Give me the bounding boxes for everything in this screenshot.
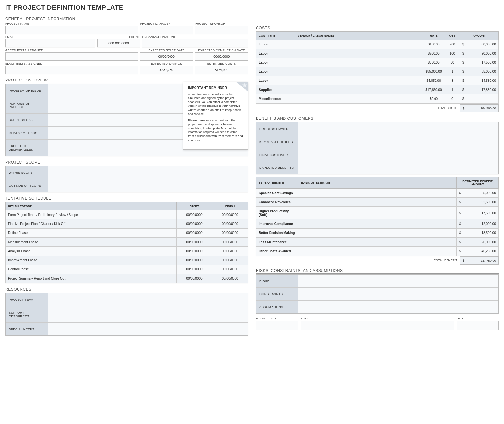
cell-benefit-amount: $25,000.00 bbox=[457, 189, 499, 198]
row-label: PROCESS OWNER bbox=[256, 122, 298, 135]
input-title[interactable] bbox=[301, 321, 454, 330]
total-costs-label: TOTAL COSTS bbox=[434, 104, 460, 112]
input-date[interactable] bbox=[457, 321, 499, 330]
row-value[interactable] bbox=[48, 179, 248, 192]
cell-milestone: Analysis Phase bbox=[6, 247, 177, 256]
cell-benefit-basis[interactable] bbox=[298, 219, 457, 229]
cell-benefit-basis[interactable] bbox=[298, 247, 457, 256]
cell-benefit-type: Higher Productivity (Soft) bbox=[256, 207, 298, 219]
reminder-p1: A narrative written charter must be circ… bbox=[188, 92, 243, 116]
table-row: CONSTRAINTS bbox=[256, 287, 498, 300]
row-value[interactable] bbox=[298, 135, 498, 148]
cell-vendor[interactable] bbox=[295, 49, 422, 58]
cell-benefit-basis[interactable] bbox=[298, 238, 457, 247]
section-risks-heading: RISKS, CONSTRAINTS, AND ASSUMPTIONS bbox=[256, 268, 499, 274]
table-row: Labor$4,850.003$14,550.00 bbox=[256, 76, 499, 85]
row-value[interactable] bbox=[298, 148, 498, 161]
input-prepared-by[interactable] bbox=[256, 321, 298, 330]
cell-milestone: Measurement Phase bbox=[6, 238, 177, 247]
cell-benefit-basis[interactable] bbox=[298, 198, 457, 207]
value-expected-savings: $237,750 bbox=[140, 66, 193, 74]
input-black-belts[interactable] bbox=[5, 66, 138, 74]
risks-table: RISKSCONSTRAINTSASSUMPTIONS bbox=[256, 274, 499, 314]
col-qty: QTY bbox=[445, 32, 460, 40]
input-project-name[interactable] bbox=[5, 26, 138, 34]
cell-vendor[interactable] bbox=[295, 85, 422, 94]
table-row: Enhanced Revenues$92,500.00 bbox=[256, 198, 499, 207]
table-row: ASSUMPTIONS bbox=[256, 300, 498, 313]
cell-qty: 1 bbox=[445, 67, 460, 76]
row-label: PURPOSE OF PROJECT bbox=[6, 97, 48, 113]
cell-finish[interactable]: 00/00/0000 bbox=[212, 210, 248, 219]
section-costs-heading: COSTS bbox=[256, 26, 499, 31]
cell-start[interactable]: 00/00/0000 bbox=[177, 238, 212, 247]
label-email: EMAIL bbox=[5, 35, 95, 39]
cell-cost-type: Labor bbox=[256, 40, 295, 49]
cell-vendor[interactable] bbox=[295, 58, 422, 67]
row-value[interactable] bbox=[298, 275, 498, 287]
cell-finish[interactable]: 00/00/0000 bbox=[212, 229, 248, 238]
label-project-manager: PROJECT MANAGER bbox=[140, 22, 193, 25]
input-project-manager[interactable] bbox=[140, 26, 193, 34]
cell-benefit-amount: $46,250.00 bbox=[457, 247, 499, 256]
cell-vendor[interactable] bbox=[295, 67, 422, 76]
cell-vendor[interactable] bbox=[295, 94, 422, 104]
col-start: START bbox=[177, 202, 212, 210]
input-expected-completion[interactable]: 00/00/0000 bbox=[195, 52, 248, 61]
row-value[interactable] bbox=[298, 287, 498, 300]
cell-start[interactable]: 00/00/0000 bbox=[177, 265, 212, 274]
cell-vendor[interactable] bbox=[295, 40, 422, 49]
input-project-sponsor[interactable] bbox=[195, 26, 248, 34]
cell-finish[interactable]: 00/00/0000 bbox=[212, 219, 248, 229]
cell-benefit-basis[interactable] bbox=[298, 207, 457, 219]
cell-rate: $350.00 bbox=[422, 58, 445, 67]
input-expected-start[interactable]: 00/00/0000 bbox=[140, 52, 193, 61]
section-schedule-heading: TENTATIVE SCHEDULE bbox=[5, 196, 248, 201]
input-green-belts[interactable] bbox=[5, 52, 138, 61]
cell-benefit-amount: $17,500.00 bbox=[457, 207, 499, 219]
col-vendor: VENDOR / LABOR NAMES bbox=[295, 32, 422, 40]
cell-start[interactable]: 00/00/0000 bbox=[177, 256, 212, 265]
col-amount: AMOUNT bbox=[460, 32, 499, 40]
table-row: Finalize Project Plan / Charter / Kick O… bbox=[6, 219, 248, 229]
row-value[interactable] bbox=[298, 300, 498, 313]
resources-table: PROJECT TEAMSUPPORT RESOURCESSPECIAL NEE… bbox=[5, 293, 248, 336]
table-row: PROJECT TEAM bbox=[6, 293, 248, 306]
row-value[interactable] bbox=[48, 166, 248, 179]
cell-finish[interactable]: 00/00/0000 bbox=[212, 256, 248, 265]
cell-milestone: Define Phase bbox=[6, 229, 177, 238]
table-row: Specific Cost Savings$25,000.00 bbox=[256, 189, 499, 198]
table-row: FINAL CUSTOMER bbox=[256, 148, 498, 161]
table-row: Measurement Phase00/00/000000/00/0000 bbox=[6, 238, 248, 247]
table-row: Analysis Phase00/00/000000/00/0000 bbox=[6, 247, 248, 256]
cell-milestone: Finalize Project Plan / Charter / Kick O… bbox=[6, 219, 177, 229]
cell-cost-type: Miscellaneous bbox=[256, 94, 295, 104]
input-phone[interactable]: 000-000-0000 bbox=[97, 39, 140, 47]
table-row: KEY STAKEHOLDERS bbox=[256, 135, 498, 148]
input-org-unit[interactable] bbox=[142, 39, 248, 47]
cell-amount: $- bbox=[460, 94, 499, 104]
cell-finish[interactable]: 00/00/0000 bbox=[212, 274, 248, 283]
row-value[interactable] bbox=[298, 161, 498, 174]
row-value[interactable] bbox=[48, 322, 248, 335]
cell-vendor[interactable] bbox=[295, 76, 422, 85]
cell-benefit-basis[interactable] bbox=[298, 189, 457, 198]
table-row: PROCESS OWNER bbox=[256, 122, 498, 135]
cell-finish[interactable]: 00/00/0000 bbox=[212, 238, 248, 247]
row-value[interactable] bbox=[48, 293, 248, 306]
cell-start[interactable]: 00/00/0000 bbox=[177, 247, 212, 256]
cell-benefit-basis[interactable] bbox=[298, 229, 457, 238]
cell-start[interactable]: 00/00/0000 bbox=[177, 210, 212, 219]
input-email[interactable] bbox=[5, 39, 95, 47]
row-value[interactable] bbox=[298, 122, 498, 135]
cell-start[interactable]: 00/00/0000 bbox=[177, 274, 212, 283]
row-value[interactable] bbox=[48, 306, 248, 322]
col-benefit-type: TYPE OF BENEFIT bbox=[256, 177, 298, 189]
row-label: PROBLEM OR ISSUE bbox=[6, 84, 48, 97]
section-scope-heading: PROJECT SCOPE bbox=[5, 160, 248, 165]
cell-finish[interactable]: 00/00/0000 bbox=[212, 265, 248, 274]
cell-start[interactable]: 00/00/0000 bbox=[177, 229, 212, 238]
cell-start[interactable]: 00/00/0000 bbox=[177, 219, 212, 229]
cell-finish[interactable]: 00/00/0000 bbox=[212, 247, 248, 256]
row-label: RISKS bbox=[256, 275, 298, 287]
